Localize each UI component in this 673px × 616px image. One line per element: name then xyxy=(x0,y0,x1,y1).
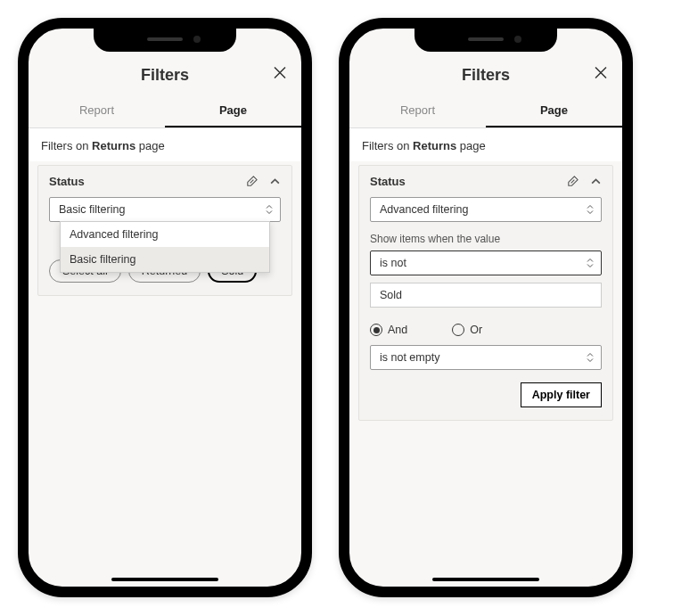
eraser-icon[interactable] xyxy=(566,175,579,188)
page-title: Filters xyxy=(141,66,189,85)
filtering-mode-select-wrap: Basic filtering Advanced filtering Basic… xyxy=(49,197,281,222)
close-icon[interactable] xyxy=(594,66,608,85)
tabs: Report Page xyxy=(29,93,301,128)
eraser-icon[interactable] xyxy=(245,175,259,188)
phone-notch xyxy=(94,27,236,52)
close-icon[interactable] xyxy=(273,66,287,85)
updown-icon xyxy=(587,353,594,363)
select-value: is not empty xyxy=(380,351,439,364)
phone-left: Filters Report Page Filters on Returns p… xyxy=(18,18,312,597)
section-prefix: Filters on xyxy=(41,139,92,152)
dropdown-item-basic[interactable]: Basic filtering xyxy=(61,247,269,272)
phone-notch xyxy=(414,27,557,52)
select-value: Advanced filtering xyxy=(380,203,468,216)
logic-radio-group: And Or xyxy=(370,324,602,336)
tab-page[interactable]: Page xyxy=(165,93,301,127)
section-pagename: Returns xyxy=(92,139,135,152)
phone-right: Filters Report Page Filters on Returns p… xyxy=(339,18,633,597)
tab-page[interactable]: Page xyxy=(486,93,622,127)
filtering-mode-dropdown: Advanced filtering Basic filtering xyxy=(60,221,270,273)
filter-field-name: Status xyxy=(49,175,234,188)
section-label: Filters on Returns page xyxy=(29,128,301,161)
radio-icon xyxy=(370,324,382,336)
updown-icon xyxy=(587,259,594,268)
home-indicator xyxy=(111,578,218,581)
screen-right: Filters Report Page Filters on Returns p… xyxy=(349,29,622,587)
filtering-mode-select[interactable]: Basic filtering xyxy=(49,197,281,222)
tabs: Report Page xyxy=(349,93,622,128)
select-value: Basic filtering xyxy=(59,203,125,216)
radio-icon xyxy=(452,324,464,336)
section-label: Filters on Returns page xyxy=(349,128,622,161)
select-value: is not xyxy=(380,257,406,269)
radio-or[interactable]: Or xyxy=(452,324,482,336)
chevron-up-icon[interactable] xyxy=(269,176,281,187)
apply-filter-button[interactable]: Apply filter xyxy=(521,382,602,407)
filtering-mode-select[interactable]: Advanced filtering xyxy=(370,197,602,222)
radio-and[interactable]: And xyxy=(370,324,407,336)
section-pagename: Returns xyxy=(413,139,456,152)
show-items-label: Show items when the value xyxy=(370,233,602,245)
filter-card-status: Status Advanced filtering Show items whe… xyxy=(358,165,613,421)
section-suffix: page xyxy=(456,139,486,152)
page-title: Filters xyxy=(462,66,510,85)
section-prefix: Filters on xyxy=(362,139,413,152)
tab-report[interactable]: Report xyxy=(349,93,486,127)
header: Filters xyxy=(29,57,301,93)
radio-label: And xyxy=(388,324,407,336)
card-header: Status xyxy=(49,175,281,188)
section-suffix: page xyxy=(135,139,165,152)
filter-card-status: Status Basic filtering Advanced f xyxy=(37,165,292,296)
radio-label: Or xyxy=(470,324,482,336)
value1-input[interactable]: Sold xyxy=(370,283,602,308)
dropdown-item-advanced[interactable]: Advanced filtering xyxy=(61,222,269,247)
condition1-select[interactable]: is not xyxy=(370,251,602,275)
card-header: Status xyxy=(370,175,602,188)
updown-icon xyxy=(266,205,273,215)
filter-field-name: Status xyxy=(370,175,555,188)
screen-left: Filters Report Page Filters on Returns p… xyxy=(29,29,301,587)
apply-row: Apply filter xyxy=(370,382,602,407)
condition2-select[interactable]: is not empty xyxy=(370,345,602,370)
header: Filters xyxy=(349,57,622,93)
tab-report[interactable]: Report xyxy=(29,93,165,127)
home-indicator xyxy=(432,578,539,581)
updown-icon xyxy=(587,205,594,215)
chevron-up-icon[interactable] xyxy=(590,176,602,187)
